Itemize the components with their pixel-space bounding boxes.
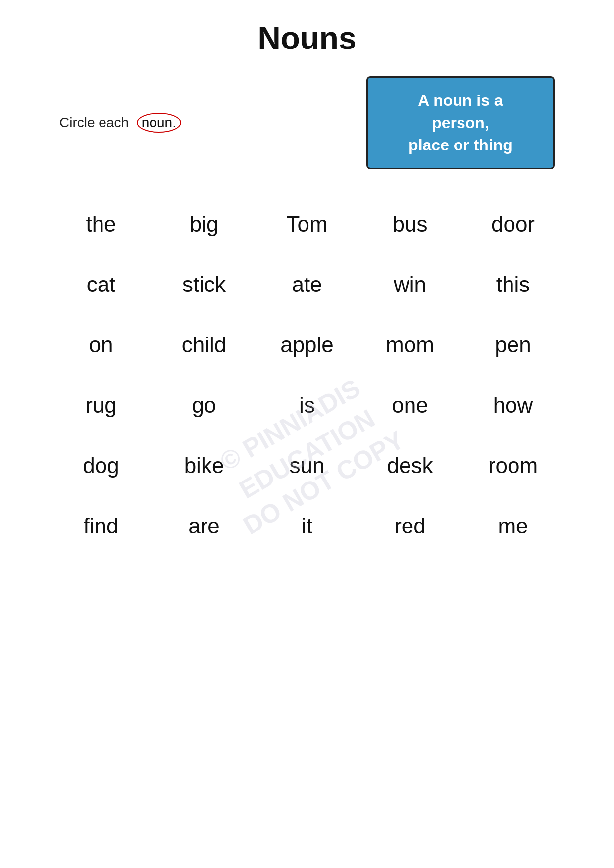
- word-cell: apple: [256, 315, 358, 375]
- word-cell: pen: [461, 315, 564, 375]
- word-cell: go: [153, 375, 256, 435]
- definition-line2: place or thing: [409, 136, 512, 154]
- word-cell: this: [461, 254, 564, 315]
- word-cell: ate: [256, 254, 358, 315]
- word-cell: win: [358, 254, 461, 315]
- instruction-prefix: Circle each: [59, 115, 129, 131]
- word-cell: the: [50, 194, 153, 254]
- word-cell: bike: [153, 435, 256, 496]
- word-cell: stick: [153, 254, 256, 315]
- word-cell: is: [256, 375, 358, 435]
- word-cell: desk: [358, 435, 461, 496]
- word-cell: me: [461, 496, 564, 556]
- top-section: Circle each noun. A noun is a person, pl…: [40, 76, 574, 169]
- word-cell: cat: [50, 254, 153, 315]
- word-cell: rug: [50, 375, 153, 435]
- word-cell: mom: [358, 315, 461, 375]
- word-cell: bus: [358, 194, 461, 254]
- definition-box: A noun is a person, place or thing: [366, 76, 555, 169]
- word-cell: child: [153, 315, 256, 375]
- instruction-text: Circle each noun.: [59, 113, 181, 133]
- page-title: Nouns: [40, 20, 574, 56]
- word-cell: room: [461, 435, 564, 496]
- word-cell: it: [256, 496, 358, 556]
- word-cell: door: [461, 194, 564, 254]
- word-cell: dog: [50, 435, 153, 496]
- word-cell: red: [358, 496, 461, 556]
- definition-line1: A noun is a person,: [418, 92, 503, 132]
- word-cell: find: [50, 496, 153, 556]
- word-cell: one: [358, 375, 461, 435]
- word-cell: Tom: [256, 194, 358, 254]
- word-cell: are: [153, 496, 256, 556]
- word-cell: big: [153, 194, 256, 254]
- page: Nouns Circle each noun. A noun is a pers…: [0, 0, 614, 868]
- noun-circled: noun.: [137, 113, 181, 133]
- word-cell: how: [461, 375, 564, 435]
- word-cell: on: [50, 315, 153, 375]
- word-cell: sun: [256, 435, 358, 496]
- words-grid: thebigTombusdoorcatstickatewinthisonchil…: [40, 194, 574, 556]
